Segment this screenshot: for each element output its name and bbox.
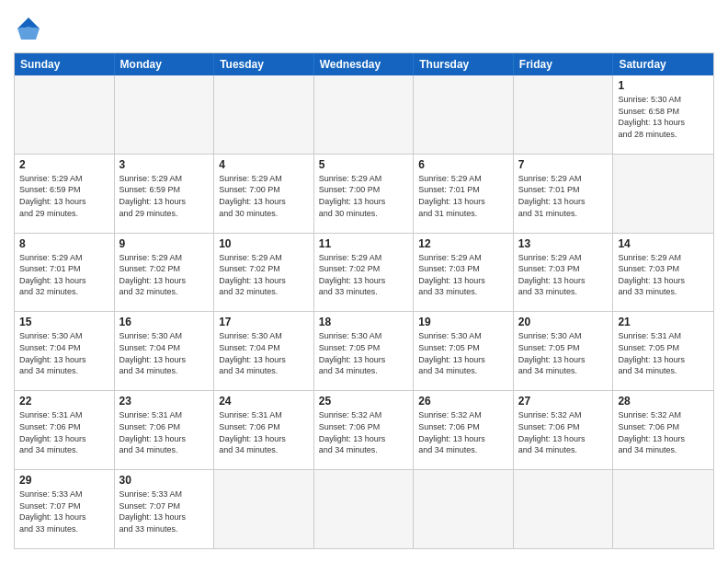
day-cell: 27Sunrise: 5:32 AM Sunset: 7:06 PM Dayli… — [514, 391, 614, 469]
day-cell — [115, 75, 215, 154]
day-number: 24 — [219, 395, 309, 408]
header-day-tuesday: Tuesday — [214, 53, 314, 75]
day-info: Sunrise: 5:30 AM Sunset: 7:05 PM Dayligh… — [319, 330, 409, 376]
day-info: Sunrise: 5:31 AM Sunset: 7:06 PM Dayligh… — [19, 409, 109, 455]
day-number: 22 — [19, 395, 109, 408]
day-info: Sunrise: 5:29 AM Sunset: 7:02 PM Dayligh… — [319, 252, 409, 298]
day-number: 7 — [518, 158, 609, 171]
logo-icon — [14, 14, 43, 43]
day-number: 12 — [418, 237, 508, 250]
week-row-6: 29Sunrise: 5:33 AM Sunset: 7:07 PM Dayli… — [15, 470, 713, 548]
day-info: Sunrise: 5:29 AM Sunset: 7:02 PM Dayligh… — [119, 252, 210, 298]
day-number: 6 — [418, 158, 508, 171]
day-cell: 18Sunrise: 5:30 AM Sunset: 7:05 PM Dayli… — [314, 312, 415, 390]
day-number: 1 — [618, 79, 709, 92]
page: SundayMondayTuesdayWednesdayThursdayFrid… — [0, 0, 728, 563]
svg-marker-0 — [17, 17, 40, 29]
day-info: Sunrise: 5:32 AM Sunset: 7:06 PM Dayligh… — [618, 409, 709, 455]
day-cell — [514, 470, 614, 548]
day-info: Sunrise: 5:32 AM Sunset: 7:06 PM Dayligh… — [418, 409, 508, 455]
day-cell: 10Sunrise: 5:29 AM Sunset: 7:02 PM Dayli… — [214, 234, 314, 312]
day-info: Sunrise: 5:30 AM Sunset: 7:04 PM Dayligh… — [119, 330, 210, 376]
day-number: 27 — [518, 395, 609, 408]
day-number: 26 — [418, 395, 508, 408]
day-number: 15 — [19, 316, 109, 328]
day-info: Sunrise: 5:29 AM Sunset: 7:00 PM Dayligh… — [319, 173, 409, 219]
header-day-friday: Friday — [514, 53, 614, 75]
header-day-wednesday: Wednesday — [314, 53, 415, 75]
day-cell: 7Sunrise: 5:29 AM Sunset: 7:01 PM Daylig… — [514, 155, 614, 233]
day-info: Sunrise: 5:29 AM Sunset: 6:59 PM Dayligh… — [19, 173, 109, 219]
day-cell: 13Sunrise: 5:29 AM Sunset: 7:03 PM Dayli… — [514, 234, 614, 312]
header-day-thursday: Thursday — [414, 53, 514, 75]
header-day-saturday: Saturday — [613, 53, 713, 75]
day-cell: 24Sunrise: 5:31 AM Sunset: 7:06 PM Dayli… — [214, 391, 314, 469]
day-number: 14 — [618, 237, 709, 250]
day-info: Sunrise: 5:29 AM Sunset: 7:03 PM Dayligh… — [518, 252, 609, 298]
week-row-5: 22Sunrise: 5:31 AM Sunset: 7:06 PM Dayli… — [15, 391, 713, 470]
day-cell: 23Sunrise: 5:31 AM Sunset: 7:06 PM Dayli… — [115, 391, 215, 469]
day-info: Sunrise: 5:32 AM Sunset: 7:06 PM Dayligh… — [319, 409, 409, 455]
day-cell: 9Sunrise: 5:29 AM Sunset: 7:02 PM Daylig… — [115, 234, 215, 312]
week-row-4: 15Sunrise: 5:30 AM Sunset: 7:04 PM Dayli… — [15, 312, 713, 391]
day-cell — [314, 470, 415, 548]
day-info: Sunrise: 5:32 AM Sunset: 7:06 PM Dayligh… — [518, 409, 609, 455]
day-number: 9 — [119, 237, 210, 250]
day-cell: 14Sunrise: 5:29 AM Sunset: 7:03 PM Dayli… — [613, 234, 713, 312]
week-row-1: 1Sunrise: 5:30 AM Sunset: 6:58 PM Daylig… — [15, 75, 713, 155]
day-info: Sunrise: 5:29 AM Sunset: 7:01 PM Dayligh… — [518, 173, 609, 219]
day-cell — [414, 470, 514, 548]
day-cell: 11Sunrise: 5:29 AM Sunset: 7:02 PM Dayli… — [314, 234, 415, 312]
day-cell: 3Sunrise: 5:29 AM Sunset: 6:59 PM Daylig… — [115, 155, 215, 233]
day-cell — [613, 155, 713, 233]
day-cell: 16Sunrise: 5:30 AM Sunset: 7:04 PM Dayli… — [115, 312, 215, 390]
day-cell: 25Sunrise: 5:32 AM Sunset: 7:06 PM Dayli… — [314, 391, 415, 469]
day-cell: 15Sunrise: 5:30 AM Sunset: 7:04 PM Dayli… — [15, 312, 115, 390]
day-number: 8 — [19, 237, 109, 250]
day-cell: 5Sunrise: 5:29 AM Sunset: 7:00 PM Daylig… — [314, 155, 415, 233]
day-number: 25 — [319, 395, 409, 408]
day-info: Sunrise: 5:30 AM Sunset: 6:58 PM Dayligh… — [618, 94, 709, 140]
header-day-monday: Monday — [115, 53, 215, 75]
calendar: SundayMondayTuesdayWednesdayThursdayFrid… — [14, 52, 714, 549]
day-cell: 30Sunrise: 5:33 AM Sunset: 7:07 PM Dayli… — [115, 470, 215, 548]
day-cell — [15, 75, 115, 154]
day-info: Sunrise: 5:31 AM Sunset: 7:06 PM Dayligh… — [119, 409, 210, 455]
day-cell: 21Sunrise: 5:31 AM Sunset: 7:05 PM Dayli… — [613, 312, 713, 390]
day-cell — [214, 470, 314, 548]
day-info: Sunrise: 5:29 AM Sunset: 7:02 PM Dayligh… — [219, 252, 309, 298]
day-cell — [414, 75, 514, 154]
day-number: 20 — [518, 316, 609, 328]
day-number: 17 — [219, 316, 309, 328]
day-info: Sunrise: 5:29 AM Sunset: 7:00 PM Dayligh… — [219, 173, 309, 219]
day-cell — [314, 75, 415, 154]
day-info: Sunrise: 5:29 AM Sunset: 7:01 PM Dayligh… — [19, 252, 109, 298]
day-number: 4 — [219, 158, 309, 171]
day-cell — [613, 470, 713, 548]
day-info: Sunrise: 5:29 AM Sunset: 7:03 PM Dayligh… — [418, 252, 508, 298]
day-cell: 1Sunrise: 5:30 AM Sunset: 6:58 PM Daylig… — [613, 75, 713, 154]
day-number: 2 — [19, 158, 109, 171]
day-cell: 29Sunrise: 5:33 AM Sunset: 7:07 PM Dayli… — [15, 470, 115, 548]
day-cell: 17Sunrise: 5:30 AM Sunset: 7:04 PM Dayli… — [214, 312, 314, 390]
day-info: Sunrise: 5:29 AM Sunset: 7:03 PM Dayligh… — [618, 252, 709, 298]
day-info: Sunrise: 5:29 AM Sunset: 6:59 PM Dayligh… — [119, 173, 210, 219]
day-cell: 20Sunrise: 5:30 AM Sunset: 7:05 PM Dayli… — [514, 312, 614, 390]
day-info: Sunrise: 5:31 AM Sunset: 7:06 PM Dayligh… — [219, 409, 309, 455]
day-number: 19 — [418, 316, 508, 328]
day-cell — [514, 75, 614, 154]
day-number: 18 — [319, 316, 409, 328]
day-number: 10 — [219, 237, 309, 250]
header-day-sunday: Sunday — [15, 53, 115, 75]
day-cell: 28Sunrise: 5:32 AM Sunset: 7:06 PM Dayli… — [613, 391, 713, 469]
day-info: Sunrise: 5:30 AM Sunset: 7:05 PM Dayligh… — [518, 330, 609, 376]
calendar-header: SundayMondayTuesdayWednesdayThursdayFrid… — [15, 53, 713, 75]
header — [14, 14, 714, 43]
day-number: 13 — [518, 237, 609, 250]
day-number: 11 — [319, 237, 409, 250]
day-info: Sunrise: 5:33 AM Sunset: 7:07 PM Dayligh… — [19, 488, 109, 534]
calendar-body: 1Sunrise: 5:30 AM Sunset: 6:58 PM Daylig… — [15, 75, 713, 548]
day-cell — [214, 75, 314, 154]
week-row-2: 2Sunrise: 5:29 AM Sunset: 6:59 PM Daylig… — [15, 155, 713, 234]
day-number: 30 — [119, 474, 210, 487]
